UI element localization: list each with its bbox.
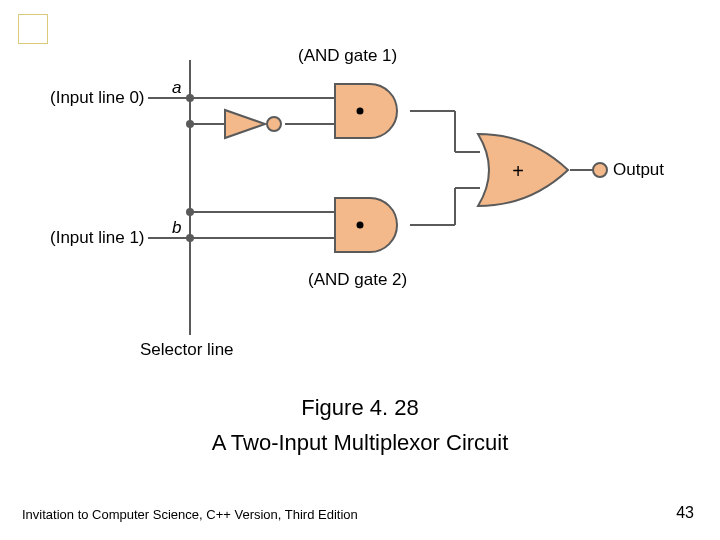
circuit-diagram: (Input line 0) a (AND gate 1) (Input lin… [60,40,660,380]
figure-caption: Figure 4. 28 A Two-Input Multiplexor Cir… [0,390,720,460]
svg-point-18 [267,117,281,131]
svg-point-13 [186,94,194,102]
figure-number: Figure 4. 28 [0,390,720,425]
label-and-gate-2: (AND gate 2) [308,270,407,290]
and-gate-2-icon [335,198,397,252]
or-gate-plus: + [512,160,524,182]
svg-point-14 [186,120,194,128]
label-a: a [172,78,181,98]
and-gate-1-icon [335,84,397,138]
not-gate-icon [225,110,281,138]
svg-marker-17 [225,110,265,138]
or-gate-icon: + [478,134,568,206]
footer-page-number: 43 [676,504,694,522]
label-and-gate-1: (AND gate 1) [298,46,397,66]
label-input-1: (Input line 1) [50,228,145,248]
figure-title: A Two-Input Multiplexor Circuit [0,425,720,460]
label-b: b [172,218,181,238]
svg-point-16 [186,234,194,242]
svg-point-15 [186,208,194,216]
svg-point-19 [357,108,364,115]
label-input-0: (Input line 0) [50,88,145,108]
label-selector: Selector line [140,340,234,360]
output-node-icon [593,163,607,177]
decorative-corner-box [18,14,48,44]
svg-point-20 [357,222,364,229]
footer-book-title: Invitation to Computer Science, C++ Vers… [22,507,358,522]
label-output: Output [613,160,664,180]
circuit-svg: + [60,40,660,380]
